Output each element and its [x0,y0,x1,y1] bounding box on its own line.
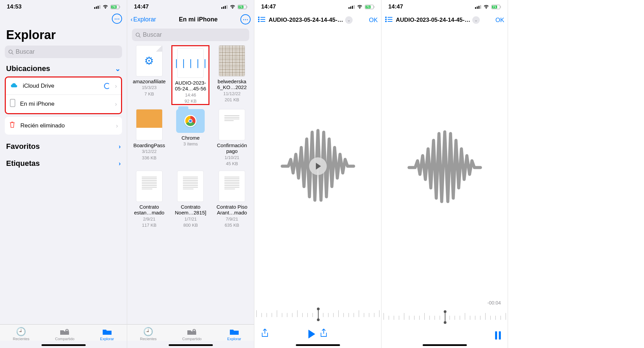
play-overlay-button[interactable] [309,157,327,175]
chevron-right-icon: › [115,83,117,90]
svg-point-17 [386,19,387,20]
audio-preview-paused: 14:47 71 AUDIO-2023-05-24-14-45-… ⌄ OK [254,0,382,348]
search-placeholder: Buscar [143,31,162,38]
page-title: Explorar [0,25,127,46]
svg-point-19 [386,21,387,22]
more-button[interactable]: ⋯ [240,14,251,24]
files-folder-view: 14:47 71 ‹Explorar En mi iPhone ⋯ Buscar… [127,0,254,348]
svg-point-8 [193,330,195,331]
clock-icon: 🕘 [143,327,153,336]
tab-explorar[interactable]: Explorar [100,327,114,341]
locations-list: iCloud Drive › En mi iPhone › [5,76,122,114]
audio-scrubber[interactable] [254,304,381,325]
file-name: BoardingPass [133,142,165,148]
home-indicator[interactable] [423,344,467,346]
svg-line-1 [12,53,13,54]
back-button[interactable]: ‹Explorar [131,16,156,23]
search-input[interactable]: Buscar [5,46,122,58]
share-button-secondary[interactable] [320,329,327,340]
file-name: Contrato Noem…2815] [172,204,209,216]
tab-recientes[interactable]: 🕘Recientes [13,327,30,341]
pause-button[interactable] [495,331,501,340]
file-name: AUDIO-2023-05-24…45-56 [172,80,208,92]
file-date: 15/3/23 [142,85,156,90]
home-indicator[interactable] [169,344,213,346]
file-item[interactable]: Contrato Noem…2815]1/7/21800 KB [170,169,211,229]
location-label: Recién eliminado [20,122,65,129]
nav-bar: ‹Explorar En mi iPhone ⋯ [127,12,254,27]
file-size: 800 KB [183,223,198,228]
done-button[interactable]: OK [495,17,504,24]
chevron-right-icon: › [119,143,121,150]
wifi-icon [102,4,108,9]
cellular-icon [475,5,481,9]
status-bar: 14:47 71 [254,0,381,12]
svg-point-5 [136,33,139,36]
scrubber-handle[interactable] [318,309,319,320]
audio-waveform-display [382,28,508,307]
svg-point-11 [258,19,259,20]
tab-explorar[interactable]: Explorar [227,327,241,341]
file-name: Contrato Piso Arant…mado [213,204,251,216]
svg-point-4 [66,330,68,331]
cellular-icon [94,5,100,9]
file-item[interactable]: Confirmación pago1/10/2145 KB [211,108,253,168]
tab-recientes[interactable]: 🕘Recientes [140,327,157,341]
file-item[interactable]: BoardingPass3/12/22336 KB [129,108,170,168]
share-button[interactable] [261,329,269,340]
list-view-button[interactable] [385,16,393,24]
chevron-down-icon: ⌄ [115,65,121,73]
file-title-dropdown[interactable]: AUDIO-2023-05-24-14-45-… ⌄ [396,16,493,24]
scrubber-handle[interactable] [445,312,445,323]
section-ubicaciones[interactable]: Ubicaciones ⌄ [0,58,127,75]
file-date: 1/10/21 [224,155,239,160]
section-etiquetas[interactable]: Etiquetas › [0,153,127,170]
status-bar: 14:47 71 [127,0,254,12]
recently-deleted[interactable]: Recién eliminado › [5,117,122,135]
file-date: 14:46 [185,92,196,98]
cellular-icon [221,5,227,9]
file-item[interactable]: ❘❘❘❘❘❘❘❘❘AUDIO-2023-05-24…45-5614:4692 K… [170,44,211,106]
file-item[interactable]: Chrome3 ítems [170,108,211,168]
file-item[interactable]: belwederska 6_KO…202211/12/22201 KB [211,44,253,106]
battery-icon: 71 [365,5,375,9]
wifi-icon [483,4,489,9]
file-item[interactable]: Contrato estan…mado2/9/21117 KB [129,169,170,229]
play-button[interactable] [308,330,315,338]
folder-icon [229,327,239,336]
pause-icon [495,331,501,340]
recently-deleted-list: Recién eliminado › [5,117,122,135]
svg-rect-2 [10,99,15,107]
home-indicator[interactable] [296,344,340,346]
location-on-my-iphone[interactable]: En mi iPhone › [6,95,121,113]
more-button[interactable]: ⋯ [112,14,122,24]
tab-bar: 🕘Recientes Compartido Explorar [0,324,127,341]
audio-scrubber[interactable]: -00:04 [382,307,508,327]
file-size: 92 KB [185,99,197,104]
shared-folder-icon [60,327,70,336]
cloud-icon [10,82,18,90]
svg-point-15 [386,17,387,18]
file-grid: ⚙amazonafiliate15/3/237 KB❘❘❘❘❘❘❘❘❘AUDIO… [127,41,254,232]
chevron-down-icon: ⌄ [345,16,353,24]
audio-waveform-display [254,28,381,304]
file-item[interactable]: ⚙amazonafiliate15/3/237 KB [129,44,170,106]
search-input[interactable]: Buscar [132,29,249,41]
search-placeholder: Buscar [16,48,35,55]
file-item[interactable]: Contrato Piso Arant…mado7/9/21635 KB [211,169,253,229]
done-button[interactable]: OK [369,17,378,24]
tab-compartido[interactable]: Compartido [182,327,202,341]
file-size: 45 KB [226,161,238,167]
tab-bar: 🕘Recientes Compartido Explorar [127,324,254,341]
file-name: Confirmación pago [213,142,251,154]
location-icloud[interactable]: iCloud Drive › [6,77,121,95]
play-icon [316,163,321,170]
file-title-dropdown[interactable]: AUDIO-2023-05-24-14-45-… ⌄ [269,16,366,24]
home-indicator[interactable] [41,344,86,346]
nav-title: En mi iPhone [179,16,218,23]
battery-icon: 71 [491,5,501,9]
list-view-button[interactable] [258,16,266,24]
status-right: 71 [475,4,501,9]
section-favoritos[interactable]: Favoritos › [0,136,127,153]
tab-compartido[interactable]: Compartido [55,327,74,341]
